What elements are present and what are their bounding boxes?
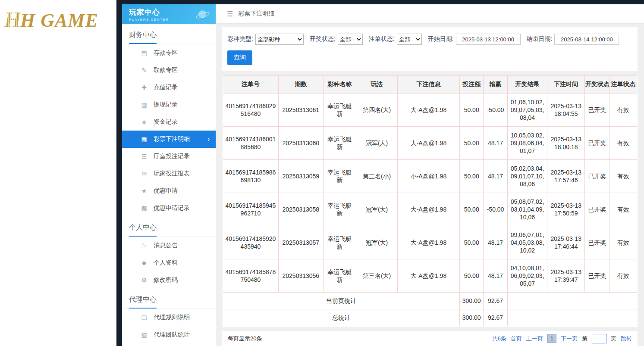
start-date-input[interactable] — [456, 34, 521, 45]
end-date-label: 结束日期: — [527, 35, 553, 43]
sidebar-nav: 财务中心▤存款专区✎取款专区✚充值记录▥提现记录◈资金记录▦彩票下注明细›☰厅室… — [122, 24, 216, 343]
summary-label-cell: 总统计 — [223, 309, 460, 326]
period-cell: 20250313061 — [278, 94, 323, 127]
bet-status-cell: 有效 — [609, 127, 637, 160]
prev-page-link[interactable]: 上一页 — [526, 335, 543, 343]
bet-status-cell: 有效 — [609, 193, 637, 226]
sidebar-item-hall-bet-record[interactable]: ☰厅室投注记录 — [122, 148, 216, 165]
next-page-link[interactable]: 下一页 — [561, 335, 578, 343]
bet-status-select[interactable]: 全部 — [397, 34, 422, 45]
draw-status-cell: 已开奖 — [585, 193, 609, 226]
result-cell: 09,06,07,01,04,05,03,08,10,02 — [507, 226, 547, 259]
bet-table-panel: 注单号期数彩种名称玩法下注信息投注额输赢开奖结果下注时间开奖状态注单状态 401… — [222, 75, 638, 327]
sidebar-item-deposit-zone[interactable]: ▤存款专区 — [122, 44, 216, 62]
sidebar-section-title-text: 代理中心 — [129, 295, 157, 309]
sidebar-item-recharge-record[interactable]: ✚充值记录 — [122, 79, 216, 96]
sidebar-item-player-bet-report[interactable]: ✉玩家投注报表 — [122, 165, 216, 182]
bet-status-label: 注单状态: — [369, 35, 395, 43]
sidebar-item-change-password[interactable]: ⚙修改密码 — [122, 271, 216, 289]
current-page-indicator[interactable]: 1 — [547, 334, 556, 343]
sidebar-item-label: 优惠申请记录 — [154, 204, 190, 212]
summary-row: 当前页统计300.0092.67 — [223, 293, 637, 309]
sidebar-item-label: 资金记录 — [154, 118, 178, 126]
sidebar-header: 玩家中心 PLAYERS CENTER — [122, 4, 216, 24]
start-date-label: 开始日期: — [428, 35, 454, 43]
summary-winloss-cell: 92.67 — [484, 293, 507, 309]
planet-icon — [198, 10, 206, 18]
sidebar-section-title: 个人中心 — [122, 217, 216, 237]
menu-toggle-icon[interactable]: ☰ — [227, 10, 233, 18]
result-cell: 05,02,03,04,09,01,07,10,08,06 — [507, 160, 547, 193]
bet-time-cell: 2025-03-13 17:50:59 — [547, 193, 585, 226]
sidebar-item-withdraw-zone[interactable]: ✎取款专区 — [122, 62, 216, 79]
promo-record-icon: ▩ — [140, 205, 148, 212]
draw-status-select[interactable]: 全部 — [338, 34, 363, 45]
winloss-cell: -50.00 — [484, 94, 507, 127]
chevron-right-icon: › — [207, 135, 210, 143]
lottery-name-cell: 幸运飞艇新 — [323, 160, 356, 193]
cashout-icon: ▥ — [140, 101, 148, 108]
lottery-name-cell: 幸运飞艇新 — [323, 193, 356, 226]
sidebar-item-agent-team-stats[interactable]: ▧代理团队统计 — [122, 326, 216, 343]
first-page-link[interactable]: 首页 — [511, 335, 522, 343]
bet-id-cell: 401569174186029516480 — [223, 94, 279, 127]
lottery-type-select[interactable]: 全部彩种 — [255, 34, 304, 45]
sidebar-item-lottery-bet-detail[interactable]: ▦彩票下注明细› — [122, 131, 216, 148]
profile-icon: ☻ — [140, 259, 148, 266]
column-header: 投注额 — [459, 76, 483, 94]
lottery-type-label: 彩种类型: — [227, 35, 253, 43]
jump-page-input[interactable] — [592, 334, 606, 343]
amount-cell: 50.00 — [459, 160, 483, 193]
sidebar-item-message-board[interactable]: ⚐消息公告 — [122, 237, 216, 254]
summary-winloss-cell: 92.67 — [484, 309, 507, 326]
topbar — [122, 0, 644, 4]
bet-id-cell: 401569174186001885680 — [223, 127, 279, 160]
sidebar-item-personal-profile[interactable]: ☻个人资料 — [122, 254, 216, 271]
bet-time-cell: 2025-03-13 18:04:55 — [547, 94, 585, 127]
jump-button[interactable]: 跳转 — [621, 335, 632, 343]
period-cell: 20250313056 — [278, 259, 323, 293]
total-count-text: 共6条 — [492, 335, 506, 343]
draw-status-cell: 已开奖 — [585, 259, 609, 293]
bet-status-cell: 有效 — [609, 160, 637, 193]
query-button[interactable]: 查询 — [227, 50, 252, 65]
sidebar-item-label: 提现记录 — [154, 101, 178, 109]
result-cell: 04,10,08,01,06,09,02,03,05,07 — [507, 259, 547, 293]
funds-icon: ◈ — [140, 118, 148, 125]
sidebar-item-agent-rules[interactable]: ❏代理规则说明 — [122, 309, 216, 326]
play-cell: 第四名(大) — [356, 94, 398, 127]
result-cell: 01,06,10,02,09,07,05,03,08,04 — [507, 94, 547, 127]
period-cell: 20250313057 — [278, 226, 323, 259]
team-icon: ▧ — [140, 331, 148, 338]
brand-logo-mark: H — [4, 7, 20, 31]
play-cell: 冠军(大) — [356, 127, 398, 160]
table-row: 40156917418594596271020250313058幸运飞艇新冠军(… — [223, 193, 637, 226]
lottery-name-cell: 幸运飞艇新 — [323, 259, 356, 293]
amount-cell: 50.00 — [459, 127, 483, 160]
sidebar-title: 玩家中心 — [129, 7, 169, 17]
vertical-divider — [116, 0, 122, 346]
winloss-cell: 48.17 — [484, 160, 507, 193]
sidebar-item-label: 充值记录 — [154, 84, 178, 91]
sidebar-item-promo-apply-record[interactable]: ▩优惠申请记录 — [122, 199, 216, 217]
table-header-row: 注单号期数彩种名称玩法下注信息投注额输赢开奖结果下注时间开奖状态注单状态 — [223, 76, 637, 94]
amount-cell: 50.00 — [459, 226, 483, 259]
sidebar-item-label: 存款专区 — [154, 49, 178, 57]
column-header: 开奖结果 — [507, 76, 547, 94]
sidebar-item-funds-record[interactable]: ◈资金记录 — [122, 113, 216, 131]
deposit-icon: ▤ — [140, 50, 148, 56]
page-size-text: 每页显示20条 — [228, 335, 262, 343]
amount-cell: 50.00 — [459, 94, 483, 127]
logo-panel: HH GAME — [0, 0, 116, 346]
sidebar-item-label: 代理规则说明 — [154, 314, 190, 321]
sidebar-item-label: 代理团队统计 — [154, 331, 190, 339]
bet-time-cell: 2025-03-13 17:57:46 — [547, 160, 585, 193]
end-date-input[interactable] — [554, 34, 619, 45]
sidebar-item-label: 优惠申请 — [154, 187, 178, 195]
bet-time-cell: 2025-03-13 17:46:44 — [547, 226, 585, 259]
bet-id-cell: 401569174185920435940 — [223, 226, 279, 259]
sidebar-item-cashout-record[interactable]: ▥提现记录 — [122, 96, 216, 113]
table-row: 40156917418598669813020250313059幸运飞艇新第三名… — [223, 160, 637, 193]
sidebar-subtitle: PLAYERS CENTER — [129, 18, 169, 22]
sidebar-item-promo-apply[interactable]: ★优惠申请 — [122, 182, 216, 199]
